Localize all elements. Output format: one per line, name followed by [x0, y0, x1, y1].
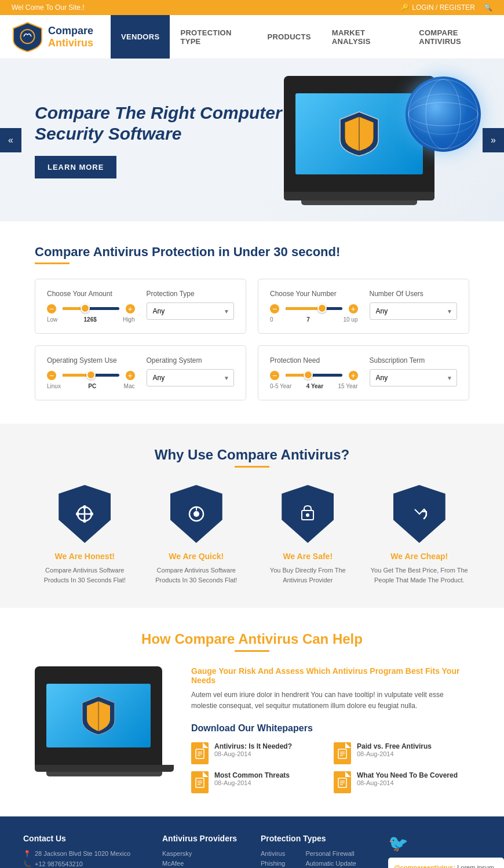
navbar: Compare Antivirus VENDORS PROTECTION TYP… — [0, 15, 504, 59]
slider-3-track — [63, 374, 119, 377]
protection-col1: Antivirus Phishing Spyware Antispam PC C… — [261, 850, 297, 868]
nav-item-compare[interactable]: COMPARE ANTIVIRUS — [408, 15, 504, 59]
slider-4-plus[interactable]: + — [349, 371, 358, 380]
slider-4-minus[interactable]: − — [270, 371, 279, 380]
nav-items: VENDORS PROTECTION TYPE PRODUCTS MARKET … — [111, 15, 504, 59]
dropdown-3-select[interactable]: Any — [147, 369, 235, 386]
slider-3-minus[interactable]: − — [47, 371, 56, 380]
dropdown-2-wrapper: Any — [370, 302, 458, 320]
footer-grid: Contact Us 📍 28 Jackson Blvd Ste 1020 Me… — [23, 834, 481, 868]
how-underline — [235, 650, 269, 652]
map-icon: 📍 — [23, 850, 31, 858]
hero-next-button[interactable]: » — [483, 128, 504, 152]
dropdown-1-select[interactable]: Any — [147, 302, 235, 320]
dropdown-4: Subscription Term Any — [370, 356, 458, 386]
why-grid: We Are Honest! Compare Antivirus Softwar… — [35, 485, 469, 585]
nav-item-products[interactable]: PRODUCTS — [257, 15, 321, 59]
logo-shield-icon — [12, 21, 43, 53]
tweet-0: @compareantivirus: Lorem ipsum dolor sit… — [394, 863, 498, 868]
why-heading-1: We Are Honest! — [35, 552, 135, 561]
download-item-1: Paid vs. Free Antivirus 08-Aug-2014 — [334, 742, 469, 764]
nav-item-protection[interactable]: PROTECTION TYPE — [170, 15, 257, 59]
svg-point-17 — [306, 513, 309, 517]
learn-more-button[interactable]: LEARN MORE — [35, 156, 116, 178]
slider-1-track — [63, 307, 119, 310]
dropdown-2-select[interactable]: Any — [370, 302, 458, 320]
protection-col2: Personal Firewall Automatic Update Safe … — [305, 850, 362, 868]
slider-3-controls: − + — [47, 369, 135, 381]
compare-card-3: Operating System Use − + Linux — [35, 345, 246, 400]
slider-3-thumb[interactable] — [86, 370, 96, 380]
compare-section: Compare Antivirus Protection in Under 30… — [0, 221, 504, 424]
document-icon-1 — [337, 747, 348, 759]
dropdown-3-label: Operating System — [147, 356, 235, 364]
footer-providers: Antivirus Providers Kaspersky McAfee Pan… — [162, 834, 249, 868]
svg-point-9 — [83, 505, 86, 509]
logo-text: Compare Antivirus — [48, 25, 93, 49]
slider-2-minus[interactable]: − — [270, 304, 279, 313]
download-info-0: Antivirus: Is It Needed? 08-Aug-2014 — [214, 742, 292, 757]
slider-1-thumb[interactable] — [81, 304, 90, 313]
svg-point-10 — [83, 519, 86, 523]
protection-firewall[interactable]: Personal Firewall — [305, 850, 362, 857]
slider-4: Protection Need − + 0-5 Year — [270, 356, 358, 389]
download-item-3: What You Need To Be Covered 08-Aug-2014 — [334, 771, 469, 793]
slider-3-plus[interactable]: + — [126, 371, 135, 380]
why-heading-2: We Are Quick! — [147, 552, 247, 561]
footer-provider-mcafee[interactable]: McAfee — [162, 860, 249, 867]
top-bar: Wel Come To Our Site.! 🔑 LOGIN / REGISTE… — [0, 0, 504, 15]
slider-4-thumb[interactable] — [304, 370, 313, 380]
why-card-honest: We Are Honest! Compare Antivirus Softwar… — [35, 485, 135, 585]
compare-card-1: Choose Your Amount − + Low 12 — [35, 279, 246, 334]
search-icon-top[interactable]: 🔍 — [484, 3, 492, 12]
compare-title-underline — [35, 262, 70, 264]
slider-1-values: Low 126$ High — [47, 316, 135, 323]
footer-provider-kaspersky[interactable]: Kaspersky — [162, 850, 249, 857]
download-title: Download Our Whitepapers — [191, 723, 469, 734]
why-heading-3: We Are Safe! — [258, 552, 358, 561]
slider-2-thumb[interactable] — [317, 304, 327, 313]
protection-antivirus[interactable]: Antivirus — [261, 850, 297, 857]
why-card-cheap: We Are Cheap! You Get The Best Price, Fr… — [370, 485, 470, 585]
compare-card-2: Choose Your Number − + 0 7 — [258, 279, 469, 334]
why-underline — [235, 466, 269, 468]
how-shield-graphic — [81, 695, 116, 736]
slider-2-controls: − + — [270, 302, 358, 315]
protection-autoupdate[interactable]: Automatic Update — [305, 860, 362, 867]
dropdown-4-select[interactable]: Any — [370, 369, 458, 386]
download-date-1: 08-Aug-2014 — [357, 750, 432, 757]
logo[interactable]: Compare Antivirus — [0, 15, 105, 59]
how-laptop-foot — [46, 772, 162, 776]
slider-2-plus[interactable]: + — [349, 304, 358, 313]
svg-point-12 — [90, 512, 93, 516]
phone-icon: 📞 — [23, 860, 31, 868]
slider-4-track — [286, 374, 342, 377]
document-icon-0 — [195, 747, 205, 759]
svg-point-11 — [76, 512, 79, 516]
how-text-area: Gauge Your Risk And Assess Which Antivir… — [191, 666, 469, 793]
slider-1-minus[interactable]: − — [47, 304, 56, 313]
slider-3-values: Linux PC Mac — [47, 383, 135, 389]
why-shield-2 — [170, 485, 222, 543]
protection-phishing[interactable]: Phishing — [261, 860, 297, 867]
footer-contact-heading: Contact Us — [23, 834, 151, 843]
download-name-2: Most Common Threats — [214, 771, 290, 779]
nav-item-market[interactable]: MARKET ANALYSIS — [322, 15, 408, 59]
slider-2: Choose Your Number − + 0 7 — [270, 290, 358, 323]
download-name-1: Paid vs. Free Antivirus — [357, 742, 432, 750]
dropdown-3: Operating System Any — [147, 356, 235, 386]
slider-3: Operating System Use − + Linux — [47, 356, 135, 389]
protection-cols: Antivirus Phishing Spyware Antispam PC C… — [261, 850, 377, 868]
login-register-btn[interactable]: 🔑 LOGIN / REGISTER — [400, 3, 475, 12]
why-shield-1 — [59, 485, 111, 543]
dropdown-2: Number Of Users Any — [370, 290, 458, 320]
download-info-2: Most Common Threats 08-Aug-2014 — [214, 771, 290, 786]
slider-1-plus[interactable]: + — [126, 304, 135, 313]
nav-item-vendors[interactable]: VENDORS — [111, 15, 170, 59]
top-bar-right: 🔑 LOGIN / REGISTER 🔍 — [400, 3, 492, 12]
why-card-quick: We Are Quick! Compare Antivirus Software… — [147, 485, 247, 585]
why-section: Why Use Compare Antivirus? We Are Hone — [0, 424, 504, 608]
slider-4-values: 0-5 Year 4 Year 15 Year — [270, 383, 358, 389]
hero-prev-button[interactable]: « — [0, 128, 21, 152]
twitter-box: @compareantivirus: Lorem ipsum dolor sit… — [388, 858, 504, 868]
